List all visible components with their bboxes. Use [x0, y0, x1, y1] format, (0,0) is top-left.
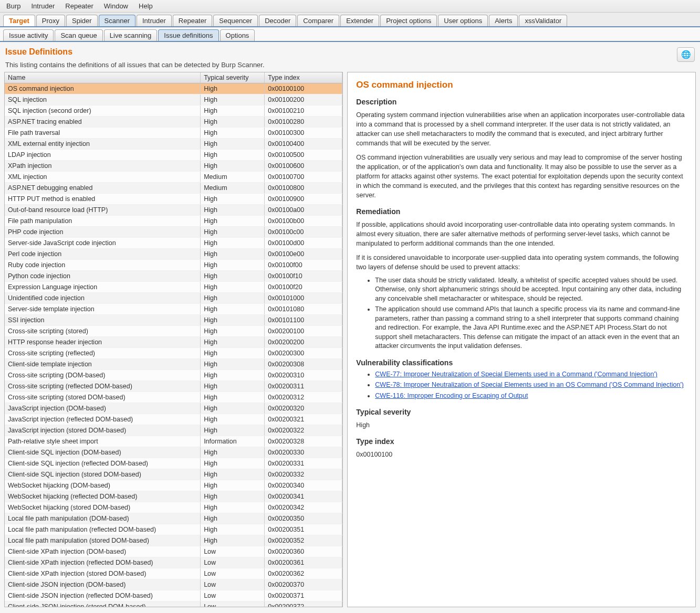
table-row[interactable]: Local file path manipulation (reflected …: [5, 524, 342, 535]
tab-decoder[interactable]: Decoder: [259, 15, 296, 26]
tab-user-options[interactable]: User options: [438, 15, 488, 26]
subtab-issue-activity[interactable]: Issue activity: [3, 29, 54, 41]
table-row[interactable]: Cross-site scripting (stored DOM-based)H…: [5, 392, 342, 403]
tab-target[interactable]: Target: [3, 15, 35, 26]
table-row[interactable]: Server-side template injectionHigh0x0010…: [5, 304, 342, 315]
table-row[interactable]: WebSocket hijacking (stored DOM-based)Hi…: [5, 502, 342, 513]
col-header-name[interactable]: Name: [5, 72, 201, 83]
tab-comparer[interactable]: Comparer: [297, 15, 339, 26]
tab-sequencer[interactable]: Sequencer: [213, 15, 258, 26]
table-row[interactable]: Client-side XPath injection (reflected D…: [5, 557, 342, 568]
cell-type-index: 0x00200310: [265, 370, 342, 381]
tab-spider[interactable]: Spider: [66, 15, 98, 26]
menu-window[interactable]: Window: [101, 1, 131, 11]
menu-repeater[interactable]: Repeater: [62, 1, 96, 11]
cell-name: Cross-site scripting (reflected): [5, 348, 201, 358]
cell-type-index: 0x00200371: [265, 590, 342, 601]
cell-type-index: 0x00100280: [265, 117, 342, 127]
table-row[interactable]: File path manipulationHigh0x00100b00: [5, 216, 342, 227]
table-row[interactable]: Client-side template injectionHigh0x0020…: [5, 359, 342, 370]
table-row[interactable]: Cross-site scripting (DOM-based)High0x00…: [5, 370, 342, 381]
tab-extender[interactable]: Extender: [340, 15, 379, 26]
table-row[interactable]: Cross-site scripting (reflected)High0x00…: [5, 348, 342, 359]
table-row[interactable]: WebSocket hijacking (reflected DOM-based…: [5, 491, 342, 502]
cell-severity: Low: [201, 557, 265, 568]
table-row[interactable]: XPath injectionHigh0x00100600: [5, 161, 342, 172]
table-row[interactable]: SSI injectionHigh0x00101100: [5, 315, 342, 326]
table-row[interactable]: Client-side JSON injection (stored DOM-b…: [5, 601, 342, 607]
tab-xssvalidator[interactable]: xssValidator: [519, 15, 567, 26]
table-row[interactable]: PHP code injectionHigh0x00100c00: [5, 227, 342, 238]
table-row[interactable]: LDAP injectionHigh0x00100500: [5, 150, 342, 161]
cell-name: Client-side JSON injection (DOM-based): [5, 579, 201, 590]
subtab-issue-definitions[interactable]: Issue definitions: [158, 29, 218, 41]
table-row[interactable]: SQL injection (second order)High0x001002…: [5, 105, 342, 117]
table-row[interactable]: Client-side JSON injection (reflected DO…: [5, 590, 342, 601]
typical-severity-value: High: [356, 420, 687, 430]
table-row[interactable]: Ruby code injectionHigh0x00100f00: [5, 260, 342, 271]
tab-repeater[interactable]: Repeater: [173, 15, 212, 26]
table-row[interactable]: HTTP response header injectionHigh0x0020…: [5, 337, 342, 348]
remediation-item: The user data should be strictly validat…: [375, 276, 687, 304]
cell-type-index: 0x00100300: [265, 128, 342, 138]
table-row[interactable]: SQL injectionHigh0x00100200: [5, 94, 342, 105]
table-row[interactable]: ASP.NET debugging enabledMedium0x0010080…: [5, 183, 342, 194]
cell-name: File path traversal: [5, 128, 201, 138]
table-row[interactable]: Local file path manipulation (stored DOM…: [5, 535, 342, 546]
cell-name: Path-relative style sheet import: [5, 436, 201, 447]
cell-type-index: 0x00100800: [265, 183, 342, 193]
cell-severity: High: [201, 524, 265, 535]
subtab-options[interactable]: Options: [220, 29, 255, 41]
tab-scanner[interactable]: Scanner: [99, 15, 135, 26]
table-row[interactable]: Unidentified code injectionHigh0x0010100…: [5, 293, 342, 304]
table-row[interactable]: HTTP PUT method is enabledHigh0x00100900: [5, 194, 342, 205]
vuln-class-link[interactable]: CWE-116: Improper Encoding or Escaping o…: [375, 392, 528, 399]
vuln-class-link[interactable]: CWE-78: Improper Neutralization of Speci…: [375, 381, 684, 388]
table-row[interactable]: Expression Language injectionHigh0x00100…: [5, 282, 342, 293]
cell-severity: High: [201, 271, 265, 281]
col-header-type-index[interactable]: Type index: [265, 72, 342, 83]
subtab-scan-queue[interactable]: Scan queue: [55, 29, 102, 41]
cell-type-index: 0x00200330: [265, 447, 342, 458]
table-row[interactable]: JavaScript injection (DOM-based)High0x00…: [5, 403, 342, 414]
table-row[interactable]: XML external entity injectionHigh0x00100…: [5, 139, 342, 150]
table-row[interactable]: Perl code injectionHigh0x00100e00: [5, 249, 342, 260]
globe-button[interactable]: 🌐: [677, 47, 695, 62]
table-row[interactable]: Out-of-band resource load (HTTP)High0x00…: [5, 205, 342, 216]
subtab-live-scanning[interactable]: Live scanning: [104, 29, 158, 41]
table-row[interactable]: JavaScript injection (stored DOM-based)H…: [5, 425, 342, 436]
table-row[interactable]: Server-side JavaScript code injectionHig…: [5, 238, 342, 249]
table-row[interactable]: Cross-site scripting (reflected DOM-base…: [5, 381, 342, 392]
col-header-severity[interactable]: Typical severity: [201, 72, 265, 83]
menu-help[interactable]: Help: [135, 1, 156, 11]
menu-burp[interactable]: Burp: [3, 1, 24, 11]
table-row[interactable]: Local file path manipulation (DOM-based)…: [5, 513, 342, 524]
table-row[interactable]: Client-side SQL injection (reflected DOM…: [5, 458, 342, 469]
table-row[interactable]: WebSocket hijacking (DOM-based)High0x002…: [5, 480, 342, 491]
menu-intruder[interactable]: Intruder: [28, 1, 58, 11]
table-row[interactable]: ASP.NET tracing enabledHigh0x00100280: [5, 117, 342, 128]
table-row[interactable]: Client-side SQL injection (stored DOM-ba…: [5, 469, 342, 480]
table-body[interactable]: OS command injectionHigh0x00100100SQL in…: [5, 83, 342, 607]
table-row[interactable]: Client-side XPath injection (DOM-based)L…: [5, 546, 342, 557]
tab-alerts[interactable]: Alerts: [489, 15, 518, 26]
table-row[interactable]: File path traversalHigh0x00100300: [5, 128, 342, 139]
tab-project-options[interactable]: Project options: [380, 15, 437, 26]
table-row[interactable]: Cross-site scripting (stored)High0x00200…: [5, 326, 342, 337]
table-row[interactable]: Client-side XPath injection (stored DOM-…: [5, 568, 342, 579]
table-row[interactable]: Client-side JSON injection (DOM-based)Lo…: [5, 579, 342, 590]
tab-intruder[interactable]: Intruder: [137, 15, 172, 26]
table-row[interactable]: XML injectionMedium0x00100700: [5, 172, 342, 183]
cell-severity: High: [201, 205, 265, 215]
tab-proxy[interactable]: Proxy: [36, 15, 65, 26]
vuln-class-link[interactable]: CWE-77: Improper Neutralization of Speci…: [375, 371, 657, 378]
cell-name: ASP.NET tracing enabled: [5, 117, 201, 127]
table-row[interactable]: Path-relative style sheet importInformat…: [5, 436, 342, 447]
table-row[interactable]: Python code injectionHigh0x00100f10: [5, 271, 342, 282]
table-row[interactable]: OS command injectionHigh0x00100100: [5, 83, 342, 94]
cell-type-index: 0x00200351: [265, 524, 342, 535]
cell-severity: Low: [201, 579, 265, 590]
table-row[interactable]: JavaScript injection (reflected DOM-base…: [5, 414, 342, 425]
cell-severity: High: [201, 513, 265, 524]
table-row[interactable]: Client-side SQL injection (DOM-based)Hig…: [5, 447, 342, 458]
